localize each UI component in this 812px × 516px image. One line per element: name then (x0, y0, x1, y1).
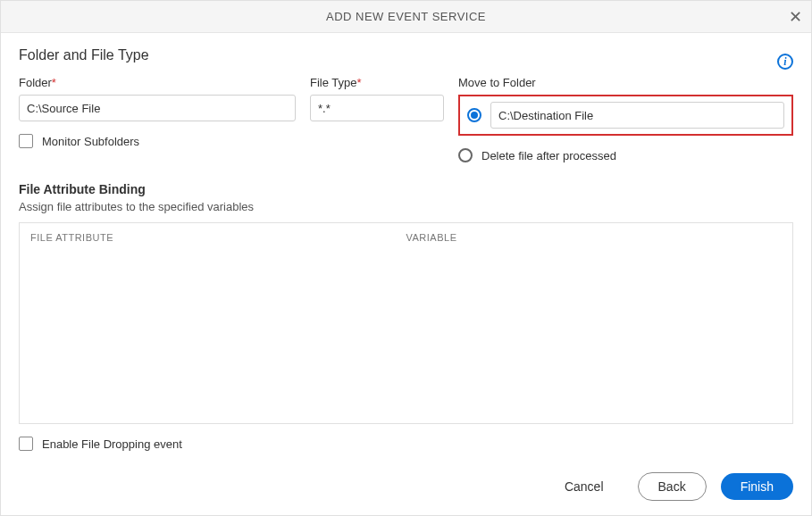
dialog-body: Folder and File Type i Folder* Monitor S… (1, 33, 811, 463)
move-to-folder-radio[interactable] (467, 108, 481, 122)
binding-table-body (20, 252, 792, 423)
section-title: Folder and File Type (19, 47, 149, 63)
file-attribute-binding-section: File Attribute Binding Assign file attri… (19, 182, 793, 424)
folder-input[interactable] (19, 95, 296, 121)
enable-file-dropping-checkbox[interactable] (19, 437, 33, 451)
monitor-subfolders-label: Monitor Subfolders (42, 135, 139, 148)
add-event-service-dialog: ADD NEW EVENT SERVICE ✕ Folder and File … (0, 0, 812, 516)
destination-field: Move to Folder Delete file after process… (458, 76, 793, 162)
dialog-title: ADD NEW EVENT SERVICE (326, 10, 486, 23)
binding-table-header: FILE ATTRIBUTE VARIABLE (20, 223, 792, 252)
move-to-folder-highlight (458, 95, 793, 136)
delete-after-row: Delete file after processed (458, 148, 793, 162)
fields-row: Folder* Monitor Subfolders File Type* Mo… (19, 76, 793, 162)
binding-desc: Assign file attributes to the specified … (19, 200, 793, 213)
finish-button[interactable]: Finish (721, 473, 793, 500)
dialog-header: ADD NEW EVENT SERVICE ✕ (1, 1, 811, 33)
section-header-row: Folder and File Type i (19, 47, 793, 76)
folder-field: Folder* Monitor Subfolders (19, 76, 296, 148)
filetype-label: File Type* (310, 76, 444, 89)
move-to-folder-label: Move to Folder (458, 76, 793, 89)
back-button[interactable]: Back (638, 472, 707, 501)
info-icon[interactable]: i (777, 54, 793, 70)
delete-after-label: Delete file after processed (481, 149, 616, 162)
filetype-input[interactable] (310, 95, 444, 121)
enable-file-dropping-label: Enable File Dropping event (42, 437, 182, 451)
binding-title: File Attribute Binding (19, 182, 793, 196)
required-asterisk: * (357, 76, 362, 89)
binding-table: FILE ATTRIBUTE VARIABLE (19, 222, 793, 424)
delete-after-radio[interactable] (458, 148, 473, 162)
move-to-folder-input[interactable] (490, 102, 784, 129)
enable-file-dropping-row: Enable File Dropping event (19, 437, 793, 451)
cancel-button[interactable]: Cancel (545, 473, 624, 500)
col-file-attribute: FILE ATTRIBUTE (30, 232, 406, 243)
filetype-field: File Type* (310, 76, 444, 121)
close-icon[interactable]: ✕ (789, 9, 802, 25)
monitor-subfolders-row: Monitor Subfolders (19, 134, 296, 148)
folder-label: Folder* (19, 76, 296, 89)
required-asterisk: * (52, 76, 56, 89)
monitor-subfolders-checkbox[interactable] (19, 134, 33, 148)
col-variable: VARIABLE (406, 232, 783, 243)
dialog-footer: Cancel Back Finish (1, 463, 811, 515)
